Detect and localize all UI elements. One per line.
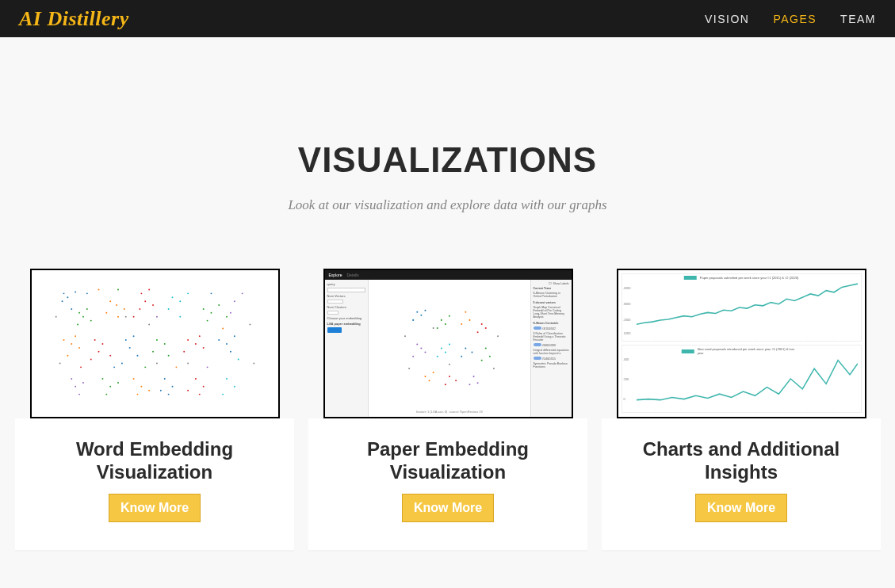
thumbnail-paper-embedding[interactable]: Explore Details query Num Vectors Num Cl… xyxy=(323,269,573,418)
thumbnail-charts-insights[interactable]: Paper proposals submitted per week since… xyxy=(617,269,866,418)
svg-point-23 xyxy=(187,292,189,294)
mini-line-chart-1: Paper proposals submitted per week since… xyxy=(622,273,862,342)
svg-point-67 xyxy=(117,382,119,384)
svg-point-6 xyxy=(82,316,83,318)
svg-point-13 xyxy=(117,316,119,318)
svg-point-106 xyxy=(420,315,422,316)
card-body: Charts and Additional Insights Know More xyxy=(602,418,881,550)
svg-text:feature 1 (LSA axis 0)  source: feature 1 (LSA axis 0) source OpenReview… xyxy=(416,410,483,414)
svg-point-136 xyxy=(448,376,449,377)
svg-point-3 xyxy=(75,291,76,292)
scatter-plot-icon xyxy=(32,270,278,417)
svg-point-34 xyxy=(75,335,76,337)
card-title: Paper Embedding Visualization xyxy=(316,438,579,484)
nav: VISION PAGES TEAM xyxy=(705,13,876,25)
svg-point-91 xyxy=(86,292,87,294)
svg-point-114 xyxy=(469,319,470,321)
svg-point-36 xyxy=(67,355,68,357)
svg-point-21 xyxy=(179,300,181,302)
svg-point-108 xyxy=(412,319,414,321)
thumbnail-word-embedding[interactable] xyxy=(30,269,280,418)
svg-point-72 xyxy=(163,378,165,380)
thumb-inner: query Num Vectors Num Clusters Choose yo… xyxy=(325,280,572,417)
svg-point-87 xyxy=(148,324,150,326)
svg-point-95 xyxy=(155,316,157,318)
svg-point-20 xyxy=(171,296,173,298)
svg-point-75 xyxy=(159,390,161,391)
svg-point-2 xyxy=(61,300,63,302)
svg-point-143 xyxy=(497,335,499,337)
thumb-mid-scatter: feature 1 (LSA axis 0) source OpenReview… xyxy=(369,280,530,417)
svg-point-80 xyxy=(226,378,228,380)
svg-point-5 xyxy=(78,312,80,314)
svg-point-17 xyxy=(144,300,146,302)
card-charts-insights: Paper proposals submitted per week since… xyxy=(606,269,876,550)
know-more-button[interactable]: Know More xyxy=(109,494,201,522)
svg-point-86 xyxy=(253,362,254,364)
svg-point-133 xyxy=(424,376,426,377)
card-body: Word Embedding Visualization Know More xyxy=(15,418,294,550)
svg-point-27 xyxy=(218,304,220,306)
svg-point-66 xyxy=(105,394,107,395)
svg-point-94 xyxy=(132,316,134,318)
svg-point-54 xyxy=(198,335,200,337)
thumb-tab: Details xyxy=(346,273,358,277)
svg-point-103 xyxy=(206,366,208,368)
svg-point-32 xyxy=(63,339,64,341)
nav-pages[interactable]: PAGES xyxy=(773,13,817,25)
svg-point-15 xyxy=(140,292,142,294)
svg-point-42 xyxy=(124,339,126,341)
svg-point-98 xyxy=(222,327,224,329)
svg-point-122 xyxy=(412,356,414,357)
svg-point-25 xyxy=(210,312,212,314)
card-body: Paper Embedding Visualization Know More xyxy=(308,418,587,550)
svg-point-117 xyxy=(484,327,486,329)
thumb-tab: Explore xyxy=(329,273,342,277)
brand-logo[interactable]: AI Distillery xyxy=(19,7,129,31)
svg-point-107 xyxy=(424,310,426,311)
svg-point-61 xyxy=(75,386,76,388)
svg-point-132 xyxy=(480,360,482,361)
header: AI Distillery VISION PAGES TEAM xyxy=(0,0,895,37)
thumb-right-panel: ☐ Show Labels Current Trace K-Means Clus… xyxy=(530,280,572,417)
svg-point-29 xyxy=(233,300,235,302)
svg-point-144 xyxy=(448,364,449,365)
svg-point-92 xyxy=(98,288,99,290)
svg-point-141 xyxy=(469,384,470,385)
svg-point-100 xyxy=(113,366,115,368)
svg-point-33 xyxy=(71,343,72,345)
svg-point-1 xyxy=(67,296,68,298)
svg-point-69 xyxy=(140,386,142,388)
svg-point-45 xyxy=(136,355,138,357)
svg-point-7 xyxy=(86,308,87,310)
svg-point-59 xyxy=(233,335,235,337)
svg-point-109 xyxy=(440,319,442,321)
svg-point-18 xyxy=(152,304,154,306)
nav-vision[interactable]: VISION xyxy=(705,13,749,25)
svg-point-19 xyxy=(139,308,140,310)
svg-point-64 xyxy=(101,378,103,380)
svg-point-120 xyxy=(420,347,422,349)
card-title: Charts and Additional Insights xyxy=(610,438,873,484)
svg-point-52 xyxy=(194,343,196,345)
svg-point-12 xyxy=(105,312,107,314)
know-more-button[interactable]: Know More xyxy=(695,494,787,522)
svg-point-10 xyxy=(109,300,111,302)
svg-point-63 xyxy=(78,394,80,395)
svg-point-138 xyxy=(444,384,446,385)
svg-point-99 xyxy=(80,366,82,368)
svg-point-88 xyxy=(155,362,157,364)
svg-point-84 xyxy=(59,362,60,364)
svg-point-81 xyxy=(233,386,235,388)
svg-point-60 xyxy=(71,378,72,380)
svg-point-71 xyxy=(148,390,150,391)
svg-point-51 xyxy=(187,339,189,341)
nav-team[interactable]: TEAM xyxy=(840,13,876,25)
svg-point-115 xyxy=(461,323,462,325)
svg-point-93 xyxy=(117,288,119,290)
svg-point-97 xyxy=(210,292,212,294)
svg-point-55 xyxy=(202,347,204,349)
svg-point-48 xyxy=(163,343,165,345)
svg-point-113 xyxy=(465,311,466,313)
know-more-button[interactable]: Know More xyxy=(402,494,494,522)
